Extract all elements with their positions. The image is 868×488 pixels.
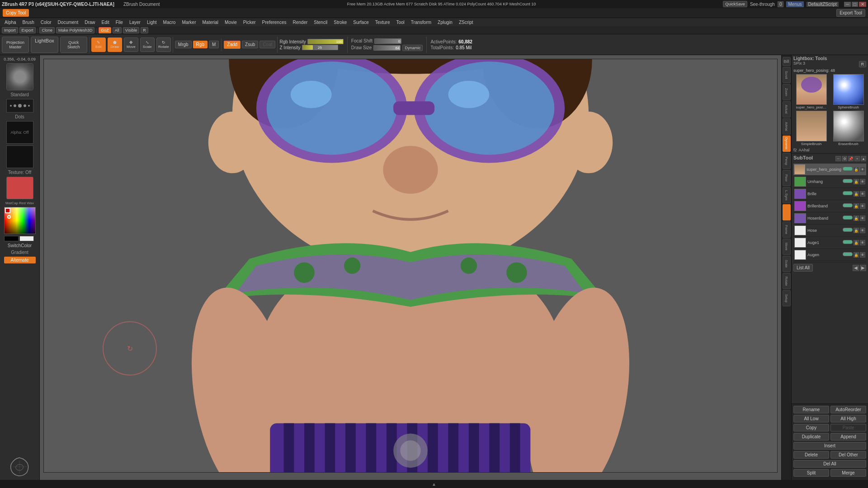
- subtool-toggle-7[interactable]: [843, 252, 853, 256]
- menu-movie[interactable]: Movie: [222, 19, 240, 25]
- subtool-item-3[interactable]: Brillenband 🔒 👁: [793, 200, 866, 212]
- menu-stroke[interactable]: Stroke: [331, 19, 349, 25]
- menu-brush[interactable]: Brush: [20, 19, 37, 25]
- subtool-toggle-2[interactable]: [843, 191, 853, 195]
- aahal-button[interactable]: AAHal: [783, 118, 791, 135]
- stroke-preview[interactable]: [6, 99, 33, 113]
- menu-preferences[interactable]: Preferences: [259, 19, 289, 25]
- r-panel-button[interactable]: R: [859, 61, 867, 67]
- black-swatch[interactable]: [4, 236, 19, 241]
- subtool-item-1[interactable]: Umhang 🔒 👁: [793, 176, 866, 188]
- subtool-eye-5[interactable]: 👁: [860, 228, 865, 233]
- list-arrow-left[interactable]: ◀: [853, 265, 859, 271]
- subtool-eye-6[interactable]: 👁: [860, 240, 865, 245]
- rotate-button[interactable]: ↻ Rotate: [156, 38, 171, 52]
- brush-thumb-3[interactable]: SimpleBrush: [793, 111, 829, 146]
- menu-draw[interactable]: Draw: [82, 19, 98, 25]
- setup-button[interactable]: Setup: [783, 290, 791, 306]
- draw-size-slider[interactable]: 64: [373, 45, 401, 51]
- copy-tool-button[interactable]: Copy Tool: [3, 9, 29, 17]
- merge-button[interactable]: Merge: [830, 469, 866, 477]
- visible-button[interactable]: Visible: [123, 27, 139, 33]
- subtool-toggle-4[interactable]: [843, 216, 853, 220]
- r-button[interactable]: R: [141, 27, 148, 33]
- lsym-button[interactable]: L.Sym: [783, 187, 791, 203]
- subtool-eye-0[interactable]: 👁: [860, 167, 865, 172]
- material-swatch[interactable]: [6, 177, 33, 199]
- m-button[interactable]: M: [209, 41, 219, 48]
- menu-zplugin[interactable]: Zplugin: [435, 19, 455, 25]
- menu-material[interactable]: Material: [200, 19, 222, 25]
- subtool-eye-4[interactable]: 👁: [860, 216, 865, 221]
- menu-transform[interactable]: Transform: [408, 19, 434, 25]
- white-swatch[interactable]: [19, 236, 34, 241]
- scroll-button[interactable]: Scroll: [783, 67, 791, 83]
- subtool-toggle-1[interactable]: [843, 179, 853, 183]
- make-polymesh-button[interactable]: Make PolyMesh3D: [56, 27, 95, 33]
- move-strip-button[interactable]: Move: [783, 239, 791, 255]
- subtool-lock-2[interactable]: 🔒: [854, 191, 859, 197]
- subtool-collapse-btn[interactable]: ─: [835, 156, 841, 161]
- draw-button[interactable]: ⬟ Draw: [108, 38, 122, 52]
- move-button[interactable]: ✥ Move: [124, 38, 138, 52]
- focal-shift-slider[interactable]: 0: [374, 38, 401, 44]
- scel-button[interactable]: [783, 204, 791, 221]
- rotate-strip-button[interactable]: Rotate: [783, 273, 791, 289]
- color-picker[interactable]: [4, 207, 36, 234]
- texture-box[interactable]: [6, 145, 33, 168]
- bill-button[interactable]: Bill: [783, 57, 791, 66]
- subtool-eye-1[interactable]: 👁: [860, 179, 865, 184]
- floor-button[interactable]: Floor: [783, 170, 791, 186]
- menu-alpha[interactable]: Alpha: [2, 19, 19, 25]
- subtool-toggle-0[interactable]: [843, 167, 853, 171]
- clone-button[interactable]: Clone: [39, 27, 55, 33]
- menu-document[interactable]: Document: [55, 19, 81, 25]
- brush-thumb-4[interactable]: EraserBrush: [830, 111, 866, 146]
- insert-button[interactable]: Insert: [793, 442, 866, 450]
- actual-button[interactable]: Actual: [783, 101, 791, 117]
- zoom-button[interactable]: Zoom: [783, 84, 791, 100]
- rename-button[interactable]: Rename: [793, 406, 829, 413]
- rgb-intensity-slider[interactable]: 100: [307, 39, 344, 44]
- coat-button[interactable]: Coat: [259, 41, 275, 48]
- menu-zscript[interactable]: ZScript: [456, 19, 476, 25]
- all-high-button[interactable]: All High: [830, 415, 866, 422]
- goz-button[interactable]: GoZ: [99, 27, 111, 33]
- subtool-eye-2[interactable]: 👁: [860, 191, 865, 197]
- split-button[interactable]: Split: [793, 469, 829, 477]
- frame-button[interactable]: Frame: [783, 221, 791, 238]
- subtool-lock-4[interactable]: 🔒: [854, 216, 859, 221]
- menu-stencil[interactable]: Stencil: [311, 19, 330, 25]
- subtool-toggle-6[interactable]: [843, 240, 853, 244]
- subtool-lock-3[interactable]: 🔒: [854, 203, 859, 209]
- subtool-settings-btn[interactable]: ⚙: [842, 156, 847, 161]
- list-arrow-right[interactable]: ▶: [860, 265, 866, 271]
- subtool-lock-7[interactable]: 🔒: [854, 252, 859, 258]
- menu-texture[interactable]: Texture: [373, 19, 393, 25]
- menu-tool[interactable]: Tool: [394, 19, 407, 25]
- zsub-button[interactable]: Zsub: [242, 41, 258, 48]
- zadd-button[interactable]: Zadd: [224, 41, 241, 49]
- menu-picker[interactable]: Picker: [241, 19, 259, 25]
- scale-strip-button[interactable]: Scale: [783, 256, 791, 272]
- subtool-expand-btn[interactable]: +: [854, 156, 860, 161]
- subtool-eye-7[interactable]: 👁: [860, 252, 865, 258]
- subtool-lock-5[interactable]: 🔒: [854, 228, 859, 233]
- copy-button[interactable]: Copy: [793, 424, 829, 432]
- del-other-button[interactable]: Del Other: [830, 451, 866, 459]
- menu-file[interactable]: File: [113, 19, 126, 25]
- z-intensity-slider[interactable]: 25: [302, 45, 338, 50]
- edit-button[interactable]: ✎ Edit: [91, 38, 106, 52]
- subtool-lock-0[interactable]: 🔒: [854, 167, 859, 172]
- subtool-toggle-3[interactable]: [843, 203, 853, 207]
- alternate-button[interactable]: Alternate: [4, 257, 36, 263]
- subtool-eye-3[interactable]: 👁: [860, 203, 865, 209]
- quicksave-button[interactable]: QuickSave: [723, 1, 747, 7]
- quick-sketch-button[interactable]: Quick Sketch: [60, 37, 87, 53]
- subtool-item-4[interactable]: Hosenband 🔒 👁: [793, 212, 866, 225]
- export-button[interactable]: Export: [19, 27, 36, 33]
- brush-preview[interactable]: [6, 63, 33, 90]
- menu-light[interactable]: Light: [144, 19, 160, 25]
- subtool-lock-1[interactable]: 🔒: [854, 179, 859, 184]
- alpha-box[interactable]: Alpha: Off: [6, 121, 33, 144]
